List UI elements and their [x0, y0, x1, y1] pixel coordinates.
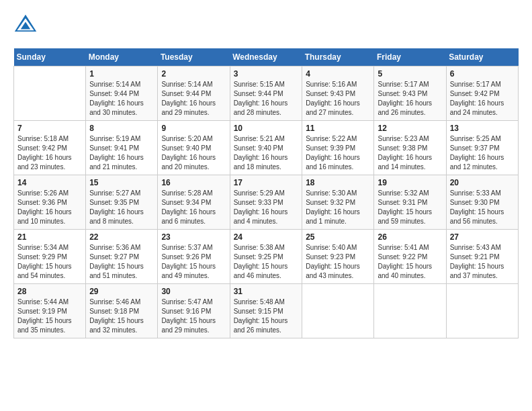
day-cell: 24Sunrise: 5:38 AM Sunset: 9:25 PM Dayli…	[230, 230, 302, 284]
day-number: 2	[161, 69, 226, 79]
day-cell: 2Sunrise: 5:14 AM Sunset: 9:44 PM Daylig…	[158, 66, 230, 121]
day-cell: 10Sunrise: 5:21 AM Sunset: 9:40 PM Dayli…	[230, 121, 302, 175]
page-header	[13, 13, 519, 38]
day-number: 25	[306, 232, 370, 242]
weekday-header-friday: Friday	[374, 48, 446, 66]
day-cell: 28Sunrise: 5:44 AM Sunset: 9:19 PM Dayli…	[14, 284, 86, 338]
day-cell: 27Sunrise: 5:43 AM Sunset: 9:21 PM Dayli…	[446, 230, 518, 284]
day-number: 5	[378, 69, 442, 79]
day-cell: 11Sunrise: 5:22 AM Sunset: 9:39 PM Dayli…	[302, 121, 374, 175]
day-info: Sunrise: 5:46 AM Sunset: 9:18 PM Dayligh…	[89, 298, 154, 335]
day-number: 26	[378, 232, 442, 242]
day-cell: 6Sunrise: 5:17 AM Sunset: 9:42 PM Daylig…	[446, 66, 518, 121]
day-info: Sunrise: 5:16 AM Sunset: 9:43 PM Dayligh…	[306, 80, 370, 118]
day-number: 31	[234, 287, 299, 296]
day-info: Sunrise: 5:26 AM Sunset: 9:36 PM Dayligh…	[17, 189, 82, 226]
day-number: 18	[306, 178, 370, 187]
day-cell: 7Sunrise: 5:18 AM Sunset: 9:42 PM Daylig…	[14, 121, 86, 175]
weekday-header-sunday: Sunday	[14, 48, 86, 66]
day-number: 20	[450, 178, 515, 187]
logo	[13, 13, 40, 38]
day-cell: 23Sunrise: 5:37 AM Sunset: 9:26 PM Dayli…	[158, 230, 230, 284]
weekday-header-tuesday: Tuesday	[158, 48, 230, 66]
day-info: Sunrise: 5:43 AM Sunset: 9:21 PM Dayligh…	[450, 243, 515, 281]
weekday-header-saturday: Saturday	[446, 48, 518, 66]
calendar-table: SundayMondayTuesdayWednesdayThursdayFrid…	[13, 48, 519, 338]
day-cell: 26Sunrise: 5:41 AM Sunset: 9:22 PM Dayli…	[374, 230, 446, 284]
day-info: Sunrise: 5:37 AM Sunset: 9:26 PM Dayligh…	[161, 243, 226, 281]
day-info: Sunrise: 5:27 AM Sunset: 9:35 PM Dayligh…	[89, 189, 154, 226]
day-cell: 22Sunrise: 5:36 AM Sunset: 9:27 PM Dayli…	[86, 230, 158, 284]
day-number: 8	[89, 124, 154, 133]
day-number: 22	[89, 232, 154, 242]
day-number: 28	[17, 287, 82, 296]
day-number: 9	[161, 124, 226, 133]
day-number: 10	[234, 124, 299, 133]
day-info: Sunrise: 5:30 AM Sunset: 9:32 PM Dayligh…	[306, 189, 370, 226]
day-cell: 17Sunrise: 5:29 AM Sunset: 9:33 PM Dayli…	[230, 175, 302, 230]
day-number: 4	[306, 69, 370, 79]
day-number: 21	[17, 232, 82, 242]
day-info: Sunrise: 5:17 AM Sunset: 9:42 PM Dayligh…	[450, 80, 515, 118]
day-cell: 29Sunrise: 5:46 AM Sunset: 9:18 PM Dayli…	[86, 284, 158, 338]
day-number: 29	[89, 287, 154, 296]
week-row-4: 21Sunrise: 5:34 AM Sunset: 9:29 PM Dayli…	[14, 230, 519, 284]
day-number: 3	[234, 69, 299, 79]
week-row-2: 7Sunrise: 5:18 AM Sunset: 9:42 PM Daylig…	[14, 121, 519, 175]
day-cell: 13Sunrise: 5:25 AM Sunset: 9:37 PM Dayli…	[446, 121, 518, 175]
day-info: Sunrise: 5:48 AM Sunset: 9:15 PM Dayligh…	[234, 298, 299, 335]
day-number: 1	[89, 69, 154, 79]
week-row-5: 28Sunrise: 5:44 AM Sunset: 9:19 PM Dayli…	[14, 284, 519, 338]
day-cell: 12Sunrise: 5:23 AM Sunset: 9:38 PM Dayli…	[374, 121, 446, 175]
day-number: 30	[161, 287, 226, 296]
week-row-3: 14Sunrise: 5:26 AM Sunset: 9:36 PM Dayli…	[14, 175, 519, 230]
day-cell: 3Sunrise: 5:15 AM Sunset: 9:44 PM Daylig…	[230, 66, 302, 121]
day-cell: 25Sunrise: 5:40 AM Sunset: 9:23 PM Dayli…	[302, 230, 374, 284]
weekday-header-monday: Monday	[86, 48, 158, 66]
day-info: Sunrise: 5:18 AM Sunset: 9:42 PM Dayligh…	[17, 134, 82, 172]
day-info: Sunrise: 5:14 AM Sunset: 9:44 PM Dayligh…	[89, 80, 154, 118]
day-info: Sunrise: 5:40 AM Sunset: 9:23 PM Dayligh…	[306, 243, 370, 281]
day-cell: 8Sunrise: 5:19 AM Sunset: 9:41 PM Daylig…	[86, 121, 158, 175]
day-cell: 5Sunrise: 5:17 AM Sunset: 9:43 PM Daylig…	[374, 66, 446, 121]
weekday-header-thursday: Thursday	[302, 48, 374, 66]
day-info: Sunrise: 5:21 AM Sunset: 9:40 PM Dayligh…	[234, 134, 299, 172]
day-cell	[302, 284, 374, 338]
day-info: Sunrise: 5:29 AM Sunset: 9:33 PM Dayligh…	[234, 189, 299, 226]
day-cell	[14, 66, 86, 121]
day-info: Sunrise: 5:47 AM Sunset: 9:16 PM Dayligh…	[161, 298, 226, 335]
day-number: 14	[17, 178, 82, 187]
day-info: Sunrise: 5:28 AM Sunset: 9:34 PM Dayligh…	[161, 189, 226, 226]
day-cell: 1Sunrise: 5:14 AM Sunset: 9:44 PM Daylig…	[86, 66, 158, 121]
week-row-1: 1Sunrise: 5:14 AM Sunset: 9:44 PM Daylig…	[14, 66, 519, 121]
day-cell: 20Sunrise: 5:33 AM Sunset: 9:30 PM Dayli…	[446, 175, 518, 230]
day-number: 16	[161, 178, 226, 187]
day-number: 7	[17, 124, 82, 133]
day-info: Sunrise: 5:22 AM Sunset: 9:39 PM Dayligh…	[306, 134, 370, 172]
day-info: Sunrise: 5:34 AM Sunset: 9:29 PM Dayligh…	[17, 243, 82, 281]
day-info: Sunrise: 5:14 AM Sunset: 9:44 PM Dayligh…	[161, 80, 226, 118]
day-info: Sunrise: 5:36 AM Sunset: 9:27 PM Dayligh…	[89, 243, 154, 281]
day-info: Sunrise: 5:38 AM Sunset: 9:25 PM Dayligh…	[234, 243, 299, 281]
day-info: Sunrise: 5:19 AM Sunset: 9:41 PM Dayligh…	[89, 134, 154, 172]
day-cell: 30Sunrise: 5:47 AM Sunset: 9:16 PM Dayli…	[158, 284, 230, 338]
day-info: Sunrise: 5:15 AM Sunset: 9:44 PM Dayligh…	[234, 80, 299, 118]
day-cell: 14Sunrise: 5:26 AM Sunset: 9:36 PM Dayli…	[14, 175, 86, 230]
day-info: Sunrise: 5:17 AM Sunset: 9:43 PM Dayligh…	[378, 80, 442, 118]
day-cell: 9Sunrise: 5:20 AM Sunset: 9:40 PM Daylig…	[158, 121, 230, 175]
day-cell: 16Sunrise: 5:28 AM Sunset: 9:34 PM Dayli…	[158, 175, 230, 230]
day-cell: 4Sunrise: 5:16 AM Sunset: 9:43 PM Daylig…	[302, 66, 374, 121]
day-info: Sunrise: 5:44 AM Sunset: 9:19 PM Dayligh…	[17, 298, 82, 335]
weekday-header-wednesday: Wednesday	[230, 48, 302, 66]
day-cell: 21Sunrise: 5:34 AM Sunset: 9:29 PM Dayli…	[14, 230, 86, 284]
day-number: 23	[161, 232, 226, 242]
calendar-body: 1Sunrise: 5:14 AM Sunset: 9:44 PM Daylig…	[14, 66, 519, 338]
day-number: 27	[450, 232, 515, 242]
day-cell: 19Sunrise: 5:32 AM Sunset: 9:31 PM Dayli…	[374, 175, 446, 230]
day-number: 19	[378, 178, 442, 187]
day-cell: 18Sunrise: 5:30 AM Sunset: 9:32 PM Dayli…	[302, 175, 374, 230]
day-number: 13	[450, 124, 515, 133]
day-number: 15	[89, 178, 154, 187]
day-number: 24	[234, 232, 299, 242]
day-info: Sunrise: 5:20 AM Sunset: 9:40 PM Dayligh…	[161, 134, 226, 172]
